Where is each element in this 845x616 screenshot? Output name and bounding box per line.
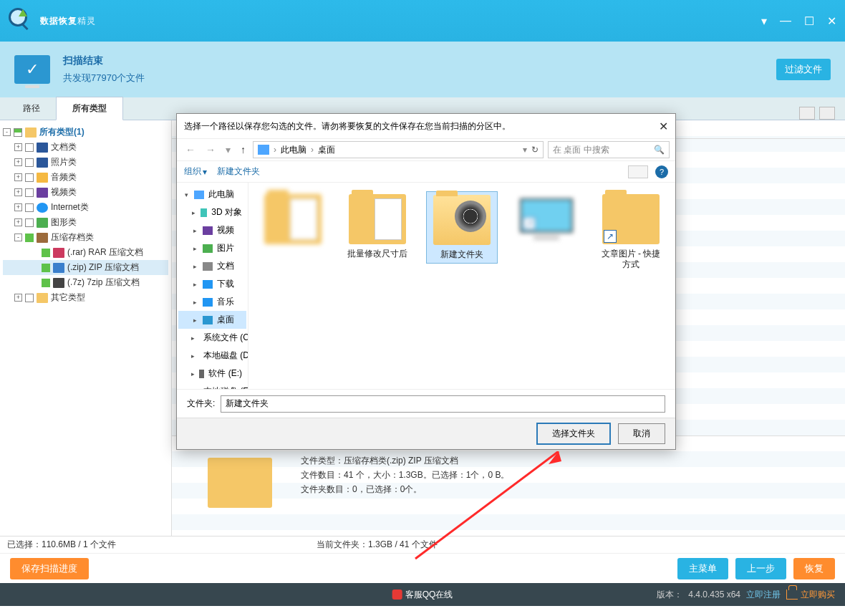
tree-photos[interactable]: +照片类	[3, 155, 168, 170]
view-grid-button[interactable]	[799, 107, 815, 120]
tree-rar[interactable]: (.rar) RAR 压缩文档	[3, 245, 168, 260]
dlg-tree-pc[interactable]: ▾此电脑	[178, 186, 246, 203]
chevron-down-icon: ▾	[203, 167, 207, 177]
app-logo-icon	[9, 8, 34, 34]
search-icon: 🔍	[654, 145, 665, 155]
nav-forward-icon[interactable]: →	[203, 144, 218, 155]
tree-root[interactable]: -所有类型(1)	[3, 125, 168, 140]
version-value: 4.4.0.435 x64	[688, 589, 740, 600]
file-item-3-selected[interactable]: 新建文件夹	[426, 191, 498, 264]
dialog-files: 批量修改尺寸后 新建文件夹 ↗ ↗文章图片 - 快捷方式	[248, 183, 675, 389]
qq-icon	[392, 589, 402, 600]
file-item-4[interactable]: ↗	[511, 191, 582, 246]
qq-support[interactable]: 客服QQ在线	[392, 589, 453, 601]
tree-7z[interactable]: (.7z) 7zip 压缩文档	[3, 275, 168, 290]
monitor-icon: ✓	[14, 55, 50, 84]
footer: 保存扫描进度 主菜单 上一步 恢复	[0, 553, 845, 583]
nav-back-icon[interactable]: ←	[183, 144, 198, 155]
buy-link[interactable]: 立即购买	[786, 589, 835, 601]
detail-line3: 文件夹数目：0，已选择：0个。	[301, 482, 509, 496]
scan-status-subtitle: 共发现77970个文件	[63, 72, 145, 85]
nav-recent-icon[interactable]: ▾	[223, 144, 233, 155]
path-pc[interactable]: 此电脑	[281, 144, 306, 156]
tab-all-types[interactable]: 所有类型	[56, 97, 123, 120]
dropdown-icon[interactable]: ▾	[761, 14, 767, 28]
dlg-tree-soft-e[interactable]: ▸软件 (E:)	[178, 365, 246, 382]
save-scan-progress-button[interactable]: 保存扫描进度	[10, 558, 89, 579]
tree-other[interactable]: +其它类型	[3, 290, 168, 305]
current-folder-summary: 当前文件夹：1.3GB / 41 个文件	[317, 539, 438, 551]
status-strip: ✓ 扫描结束 共发现77970个文件 过滤文件	[0, 42, 845, 97]
dlg-tree-pictures[interactable]: ▸图片	[178, 239, 246, 257]
dlg-tree-video[interactable]: ▸视频	[178, 221, 246, 239]
category-tree: -所有类型(1) +文档类 +照片类 +音频类 +视频类 +Internet类 …	[0, 120, 172, 536]
folder-picker-dialog: 选择一个路径以保存您勾选的文件。请勿将要恢复的文件保存在您当前扫描的分区中。 ✕…	[176, 113, 676, 450]
filter-files-button[interactable]: 过滤文件	[776, 59, 831, 80]
dlg-tree-desktop[interactable]: ▸桌面	[178, 311, 246, 329]
dlg-tree-music[interactable]: ▸音乐	[178, 293, 246, 311]
titlebar: 数据恢复精灵 ▾ — ☐ ✕	[0, 0, 845, 42]
cart-icon	[786, 589, 798, 600]
main-menu-button[interactable]: 主菜单	[677, 558, 728, 579]
view-list-button[interactable]	[819, 107, 835, 120]
nav-up-icon[interactable]: ↑	[238, 144, 248, 155]
file-item-5[interactable]: ↗文章图片 - 快捷方式	[595, 191, 667, 273]
recover-button[interactable]: 恢复	[793, 558, 835, 579]
tree-documents[interactable]: +文档类	[3, 140, 168, 155]
help-icon[interactable]: ?	[655, 165, 668, 178]
selection-bar: 已选择：110.6MB / 1 个文件 当前文件夹：1.3GB / 41 个文件	[0, 536, 845, 553]
detail-panel: 文件类型：压缩存档类(.zip) ZIP 压缩文档 文件数目：41 个，大小：1…	[172, 435, 845, 536]
bottom-bar: 客服QQ在线 版本： 4.4.0.435 x64 立即注册 立即购买	[0, 583, 845, 606]
tree-archives[interactable]: -压缩存档类	[3, 230, 168, 245]
dlg-tree-disk-d[interactable]: ▸本地磁盘 (D:)	[178, 347, 246, 365]
file-item-1[interactable]	[257, 191, 329, 251]
minimize-icon[interactable]: —	[780, 14, 791, 27]
dlg-tree-3d[interactable]: ▸3D 对象	[178, 203, 246, 221]
path-dropdown-icon[interactable]: ▾	[523, 145, 527, 155]
path-refresh-icon[interactable]: ↻	[531, 145, 539, 155]
tree-video[interactable]: +视频类	[3, 185, 168, 200]
file-item-2[interactable]: 批量修改尺寸后	[342, 191, 413, 262]
organize-menu[interactable]: 组织 ▾	[184, 165, 207, 178]
dlg-tree-sysfiles[interactable]: ▸系统文件 (C:)	[178, 329, 246, 347]
view-mode-button[interactable]	[628, 165, 648, 178]
dlg-tree-disk-f[interactable]: ▸本地磁盘 (F:)	[178, 382, 246, 389]
maximize-icon[interactable]: ☐	[804, 14, 814, 28]
detail-line1: 文件类型：压缩存档类(.zip) ZIP 压缩文档	[301, 453, 509, 468]
select-folder-button[interactable]: 选择文件夹	[536, 423, 611, 445]
pc-icon	[258, 145, 269, 155]
cancel-button[interactable]: 取消	[618, 423, 665, 444]
scan-status-title: 扫描结束	[63, 54, 145, 67]
app-title-accent: 精灵	[77, 15, 96, 27]
detail-line2: 文件数目：41 个，大小：1.3GB。已选择：1个，0 B。	[301, 468, 509, 482]
selected-summary: 已选择：110.6MB / 1 个文件	[7, 539, 116, 551]
folder-icon	[208, 458, 272, 508]
tree-zip[interactable]: (.zip) ZIP 压缩文档	[3, 260, 168, 275]
dlg-tree-documents[interactable]: ▸文档	[178, 257, 246, 275]
app-logo: 数据恢复精灵	[9, 8, 96, 34]
dlg-tree-downloads[interactable]: ▸下载	[178, 275, 246, 293]
version-label: 版本：	[657, 589, 682, 601]
path-bar[interactable]: › 此电脑 › 桌面 ▾ ↻	[253, 141, 544, 158]
tree-shapes[interactable]: +图形类	[3, 215, 168, 230]
prev-step-button[interactable]: 上一步	[735, 558, 786, 579]
tree-audio[interactable]: +音频类	[3, 170, 168, 185]
tree-internet[interactable]: +Internet类	[3, 200, 168, 215]
search-placeholder: 在 桌面 中搜索	[553, 144, 609, 156]
folder-input-label: 文件夹:	[187, 398, 215, 410]
dialog-tree: ▾此电脑 ▸3D 对象 ▸视频 ▸图片 ▸文档 ▸下载 ▸音乐 ▸桌面 ▸系统文…	[177, 183, 248, 389]
dialog-search[interactable]: 在 桌面 中搜索 🔍	[548, 141, 670, 158]
dialog-title: 选择一个路径以保存您勾选的文件。请勿将要恢复的文件保存在您当前扫描的分区中。	[184, 120, 511, 133]
register-link[interactable]: 立即注册	[746, 589, 781, 601]
dialog-close-icon[interactable]: ✕	[659, 120, 668, 133]
tab-path[interactable]: 路径	[7, 97, 56, 120]
folder-name-input[interactable]	[221, 395, 665, 413]
new-folder-button[interactable]: 新建文件夹	[217, 165, 260, 178]
path-desktop[interactable]: 桌面	[318, 144, 335, 156]
app-title-main: 数据恢复	[40, 15, 77, 27]
close-icon[interactable]: ✕	[827, 14, 836, 28]
